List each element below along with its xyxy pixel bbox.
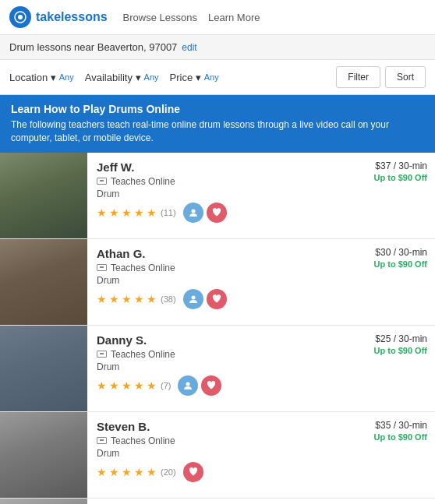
- review-count: (7): [161, 381, 171, 390]
- contact-button[interactable]: [178, 375, 198, 396]
- star-icon: ★: [109, 293, 119, 305]
- teacher-subject: Drum: [97, 189, 357, 199]
- location-text: Drum lessons near Beaverton, 97007: [9, 41, 177, 53]
- filter-availability-label[interactable]: Availability ▾: [85, 72, 141, 83]
- price-main: $30 / 30-min: [365, 247, 427, 258]
- person-icon: [189, 208, 198, 217]
- card-price: $25 / 30-min Up to $90 Off: [365, 326, 435, 411]
- svg-point-3: [191, 295, 195, 299]
- review-count: (20): [161, 467, 176, 477]
- svg-point-1: [18, 15, 23, 19]
- card-price: $35 / 30-min Up to $90 Off: [365, 499, 435, 504]
- filter-price[interactable]: Price ▾ Any: [170, 72, 219, 83]
- teacher-name[interactable]: Danny S.: [97, 333, 357, 347]
- header: takelessons Browse Lessons Learn More: [0, 0, 435, 35]
- card-body: Athan G. Teaches Online Drum ★★★★★ (38): [87, 239, 365, 325]
- price-off: Up to $90 Off: [365, 346, 427, 355]
- monitor-icon: [97, 351, 107, 358]
- filter-button[interactable]: Filter: [336, 66, 380, 88]
- favorite-button[interactable]: [183, 462, 203, 482]
- price-main: $37 / 30-min: [365, 160, 427, 171]
- person-icon: [189, 294, 198, 304]
- favorite-button[interactable]: [207, 289, 227, 309]
- card-price: $37 / 30-min Up to $90 Off: [365, 153, 435, 238]
- teacher-photo: [0, 499, 87, 504]
- contact-button[interactable]: [183, 289, 203, 309]
- heart-icon: [212, 208, 221, 217]
- teacher-teaches: Teaches Online: [97, 263, 357, 273]
- rating-stars: ★★★★★ (20): [97, 462, 357, 482]
- teacher-card: Kimberly A. Teaches Online Drum ★★★★★ $3…: [0, 499, 435, 504]
- action-icons: [178, 375, 221, 396]
- teacher-name[interactable]: Steven B.: [97, 420, 357, 433]
- filter-price-label[interactable]: Price ▾: [170, 72, 201, 83]
- star-icon: ★: [147, 206, 157, 219]
- star-icon: ★: [122, 206, 132, 219]
- star-icon: ★: [147, 293, 157, 305]
- teacher-name[interactable]: Athan G.: [97, 247, 357, 260]
- price-main: $25 / 30-min: [365, 333, 427, 344]
- star-icon: ★: [97, 206, 107, 219]
- nav-browse-lessons[interactable]: Browse Lessons: [123, 12, 197, 23]
- card-body: Jeff W. Teaches Online Drum ★★★★★ (11): [87, 153, 365, 238]
- review-count: (38): [161, 294, 176, 304]
- favorite-button[interactable]: [207, 203, 227, 223]
- rating-stars: ★★★★★ (38): [97, 289, 357, 309]
- teacher-photo: [0, 326, 87, 411]
- filter-row: Location ▾ Any Availability ▾ Any Price …: [0, 60, 435, 95]
- teacher-teaches: Teaches Online: [97, 435, 357, 446]
- half-star-icon: ★: [147, 466, 157, 478]
- monitor-icon: [97, 437, 107, 444]
- contact-button[interactable]: [183, 203, 203, 223]
- star-icon: ★: [109, 206, 119, 219]
- location-edit-link[interactable]: edit: [182, 42, 196, 53]
- monitor-icon: [97, 264, 107, 271]
- card-price: $35 / 30-min Up to $90 Off: [365, 412, 435, 498]
- teacher-teaches: Teaches Online: [97, 349, 357, 360]
- star-icon: ★: [134, 293, 144, 305]
- teacher-card: Danny S. Teaches Online Drum ★★★★★ (7): [0, 326, 435, 412]
- star-icon: ★: [97, 466, 107, 478]
- star-icon: ★: [134, 206, 144, 219]
- teacher-subject: Drum: [97, 275, 357, 286]
- teacher-photo: [0, 153, 87, 238]
- favorite-button[interactable]: [201, 375, 221, 396]
- action-icons: [183, 203, 227, 223]
- logo-icon: [9, 6, 31, 28]
- nav-learn-more[interactable]: Learn More: [208, 12, 260, 23]
- filter-location-label[interactable]: Location ▾: [9, 72, 56, 83]
- filter-location-value: Any: [59, 72, 74, 82]
- filter-availability[interactable]: Availability ▾ Any: [85, 72, 159, 83]
- logo: takelessons: [9, 6, 108, 28]
- person-icon: [183, 381, 193, 390]
- star-icon: ★: [109, 379, 119, 392]
- heart-icon: [212, 294, 221, 304]
- teacher-card: Jeff W. Teaches Online Drum ★★★★★ (11): [0, 153, 435, 239]
- info-banner: Learn How to Play Drums Online The follo…: [0, 95, 435, 153]
- star-icon: ★: [97, 293, 107, 305]
- heart-icon: [207, 381, 216, 390]
- star-icon: ★: [134, 466, 144, 478]
- teacher-list: Jeff W. Teaches Online Drum ★★★★★ (11): [0, 153, 435, 504]
- card-body: Danny S. Teaches Online Drum ★★★★★ (7): [87, 326, 365, 411]
- svg-point-4: [186, 382, 190, 386]
- teacher-card: Steven B. Teaches Online Drum ★★★★★ (20): [0, 412, 435, 499]
- teacher-subject: Drum: [97, 448, 357, 459]
- filter-location[interactable]: Location ▾ Any: [9, 72, 74, 83]
- logo-text: takelessons: [36, 10, 108, 24]
- sort-button[interactable]: Sort: [385, 66, 426, 88]
- star-icon: ★: [134, 379, 144, 392]
- teacher-name[interactable]: Jeff W.: [97, 160, 357, 174]
- card-price: $30 / 30-min Up to $90 Off: [365, 239, 435, 325]
- location-caret-icon: ▾: [51, 72, 56, 83]
- card-body: Steven B. Teaches Online Drum ★★★★★ (20): [87, 412, 365, 498]
- filter-availability-value: Any: [144, 72, 159, 82]
- star-icon: ★: [97, 379, 107, 392]
- teacher-photo: [0, 412, 87, 498]
- review-count: (11): [161, 208, 176, 217]
- teacher-card: Athan G. Teaches Online Drum ★★★★★ (38): [0, 239, 435, 326]
- star-icon: ★: [122, 466, 132, 478]
- price-main: $35 / 30-min: [365, 420, 427, 431]
- rating-stars: ★★★★★ (7): [97, 375, 357, 396]
- availability-caret-icon: ▾: [136, 72, 141, 83]
